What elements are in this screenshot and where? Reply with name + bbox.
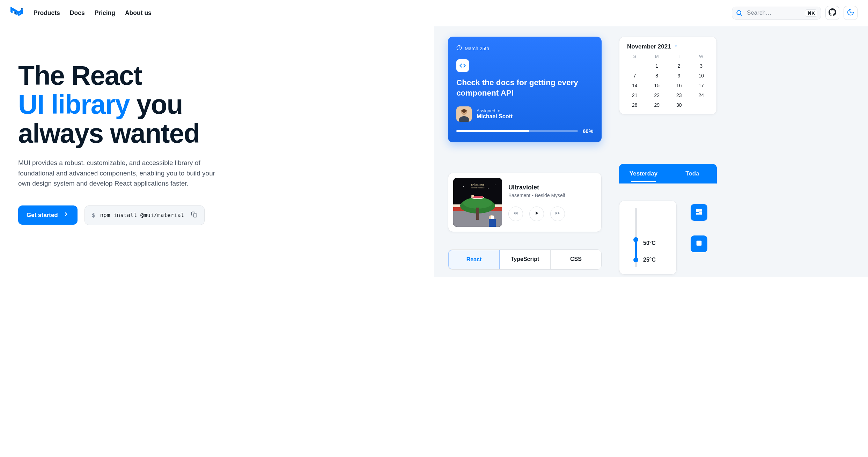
hero-line1: The React [18, 60, 142, 90]
install-command[interactable]: $ npm install @mui/material [84, 205, 205, 225]
temp-slider[interactable] [635, 208, 637, 267]
svg-point-11 [463, 186, 464, 187]
svg-rect-27 [699, 209, 702, 211]
day[interactable]: 7 [624, 73, 646, 78]
rewind-icon [513, 210, 518, 217]
day[interactable]: 9 [668, 73, 690, 78]
dow: W [690, 54, 713, 59]
github-button[interactable] [825, 6, 839, 20]
chevron-right-icon [63, 211, 69, 219]
temp-handle-lo[interactable] [633, 257, 638, 262]
svg-rect-26 [696, 209, 699, 212]
day[interactable]: 16 [668, 83, 690, 88]
day[interactable]: 8 [646, 73, 668, 78]
svg-rect-19 [476, 208, 479, 220]
day[interactable]: 24 [690, 92, 713, 98]
day[interactable]: 14 [624, 83, 646, 88]
day[interactable]: 23 [668, 92, 690, 98]
forward-button[interactable] [550, 207, 565, 221]
day[interactable]: 17 [690, 83, 713, 88]
dow: S [624, 54, 646, 59]
rewind-button[interactable] [508, 207, 523, 221]
day[interactable]: 30 [668, 102, 690, 108]
svg-rect-25 [491, 216, 494, 219]
assignee-name: Michael Scott [477, 113, 513, 120]
temp-labels: 50°C 25°C [643, 208, 656, 267]
media-card[interactable]: BASEMENT BESIDE MYSELF Ultraviolet Basem… [448, 173, 602, 232]
nav-docs[interactable]: Docs [70, 9, 85, 17]
hero-line2: UI library [18, 89, 130, 119]
calendar-grid: S M T W 1 2 3 7 8 9 10 14 15 16 17 21 22… [624, 54, 712, 108]
theme-toggle-button[interactable] [844, 6, 858, 20]
day[interactable]: 21 [624, 92, 646, 98]
tab-css[interactable]: CSS [551, 250, 601, 269]
day[interactable]: 15 [646, 83, 668, 88]
task-date-text: March 25th [465, 46, 489, 51]
temp-handle-hi[interactable] [633, 237, 638, 242]
copy-icon[interactable] [191, 211, 197, 219]
dashboard-button[interactable] [691, 204, 707, 221]
tab-typescript[interactable]: TypeScript [500, 250, 551, 269]
svg-rect-29 [696, 213, 699, 215]
tab-yesterday[interactable]: Yesterday [619, 165, 668, 182]
day[interactable] [690, 102, 713, 108]
day[interactable]: 2 [668, 63, 690, 69]
play-button[interactable] [529, 207, 544, 221]
task-date: March 25th [456, 45, 593, 52]
moon-icon [847, 8, 854, 17]
dow: M [646, 54, 668, 59]
nav-products[interactable]: Products [34, 9, 60, 17]
forward-icon [555, 210, 560, 217]
progress-percent: 60% [583, 128, 593, 134]
github-icon [829, 8, 836, 17]
svg-rect-30 [697, 241, 702, 246]
task-card[interactable]: March 25th Check the docs for getting ev… [448, 37, 602, 142]
track-artist: Basement • Beside Myself [508, 193, 565, 198]
svg-rect-24 [489, 219, 496, 227]
mui-logo[interactable] [10, 7, 23, 19]
track-title: Ultraviolet [508, 184, 565, 191]
cta-row: Get started $ npm install @mui/material [18, 205, 434, 225]
day-tabs: Yesterday Toda [619, 164, 717, 183]
search-input[interactable]: Search… ⌘K [732, 7, 821, 20]
nav-pricing[interactable]: Pricing [95, 9, 115, 17]
day[interactable] [624, 63, 646, 69]
main: The React UI library you always wanted M… [0, 26, 868, 277]
nav-about[interactable]: About us [125, 9, 152, 17]
day[interactable]: 10 [690, 73, 713, 78]
search-icon [736, 9, 743, 16]
temperature-card[interactable]: 50°C 25°C [619, 201, 677, 275]
day[interactable]: 29 [646, 102, 668, 108]
day[interactable]: 28 [624, 102, 646, 108]
header-right: Search… ⌘K [732, 6, 858, 20]
day[interactable]: 22 [646, 92, 668, 98]
day[interactable]: 3 [690, 63, 713, 69]
showcase: March 25th Check the docs for getting ev… [434, 26, 868, 277]
assigned-label: Assigned to [477, 108, 513, 113]
temp-hi: 50°C [643, 240, 656, 246]
play-icon [534, 210, 539, 217]
hero-subtitle: MUI provides a robust, customizable, and… [18, 158, 228, 188]
get-started-button[interactable]: Get started [18, 205, 78, 225]
code-icon [456, 59, 469, 72]
svg-point-0 [737, 10, 741, 15]
action-button[interactable] [691, 235, 707, 252]
search-kbd: ⌘K [805, 9, 817, 17]
hero-line3b: always wanted [18, 118, 200, 148]
assignee-meta: Assigned to Michael Scott [477, 108, 513, 120]
temp-lo: 25°C [643, 257, 656, 263]
progress-bar [456, 130, 578, 132]
tab-react[interactable]: React [448, 249, 500, 270]
clock-icon [456, 45, 462, 52]
get-started-label: Get started [27, 212, 58, 219]
calendar-header[interactable]: November 2021 [624, 43, 712, 54]
dashboard-icon [695, 208, 703, 217]
hero: The React UI library you always wanted M… [0, 26, 434, 277]
day[interactable]: 1 [646, 63, 668, 69]
task-progress: 60% [456, 128, 593, 134]
main-nav: Products Docs Pricing About us [34, 9, 152, 17]
calendar-card[interactable]: November 2021 S M T W 1 2 3 7 8 9 10 14 … [619, 37, 717, 114]
svg-text:BESIDE MYSELF: BESIDE MYSELF [471, 187, 485, 189]
search-placeholder: Search… [747, 9, 805, 16]
tab-today[interactable]: Toda [668, 165, 717, 182]
